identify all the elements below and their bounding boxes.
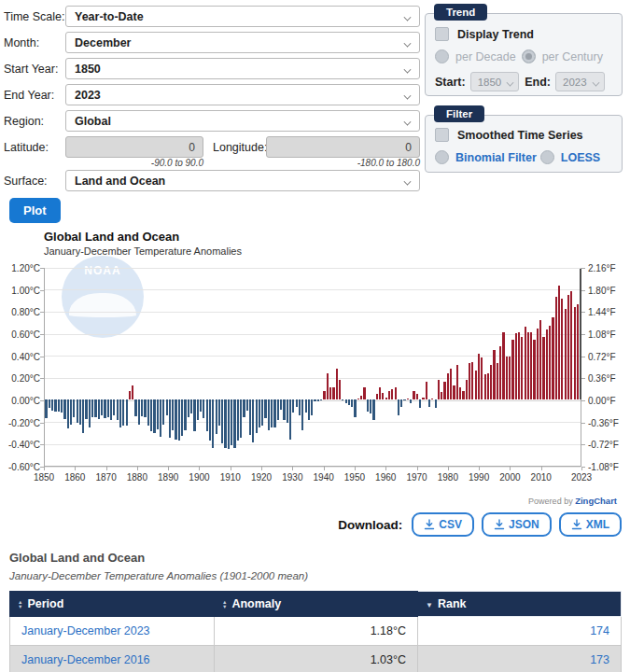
gridline	[45, 334, 581, 335]
anomaly-bar-2008	[533, 340, 535, 399]
display-trend-label: Display Trend	[457, 28, 534, 41]
anomaly-bar-1986	[466, 380, 468, 399]
anomaly-bar-2018	[565, 309, 567, 399]
anomaly-bar-1965	[400, 399, 402, 407]
surface-select[interactable]: Land and Ocean	[65, 170, 420, 191]
anomaly-bar-1856	[63, 399, 65, 419]
x-tick-label: 1900	[189, 472, 209, 483]
y-tick-label-celsius: 0.40°C	[11, 351, 40, 361]
anomaly-bar-1885	[153, 399, 155, 433]
anomaly-bar-1887	[160, 399, 161, 437]
anomaly-bar-1916	[249, 399, 251, 435]
filter-panel-tab: Filter	[434, 105, 484, 122]
zingchart-brand: ZingChart	[575, 496, 617, 506]
trend-panel: Trend Display Trend per Decade per Centu…	[425, 13, 623, 96]
anomaly-bar-1941	[327, 373, 329, 399]
time-scale-select[interactable]: Year-to-Date	[65, 6, 420, 27]
anomaly-bar-2007	[530, 332, 532, 399]
anomaly-bar-1945	[339, 380, 341, 399]
anomaly-bar-1910	[231, 399, 232, 445]
period-link[interactable]: January-December 2023	[10, 617, 215, 646]
y-tick-label-celsius: -0.40°C	[8, 440, 40, 450]
y-tick-label-fahrenheit: 1.80°F	[588, 285, 616, 295]
anomaly-bar-1952	[360, 396, 362, 399]
region-select[interactable]: Global	[65, 110, 420, 132]
anomaly-bar-1861	[79, 399, 81, 425]
temperature-anomaly-bar-chart: NOAA	[44, 268, 581, 467]
y-tick-label-celsius: 0.00°C	[11, 396, 40, 406]
anomaly-bar-1984	[459, 387, 461, 399]
display-trend-checkbox[interactable]	[435, 27, 449, 41]
rank-link[interactable]: 174	[418, 617, 622, 646]
x-tick-mark	[448, 467, 449, 470]
filter-panel: Filter Smoothed Time Series Binomial Fil…	[425, 115, 623, 173]
download-xml-button[interactable]: XML	[559, 512, 622, 537]
anomaly-bar-1955	[370, 399, 371, 413]
rank-link[interactable]: 173	[418, 646, 622, 672]
end-year-select[interactable]: 2023	[65, 84, 420, 105]
anomaly-bar-1912	[237, 399, 239, 441]
anomaly-bar-1996	[497, 363, 498, 399]
x-tick-mark	[510, 467, 511, 470]
trend-rate-row: per Decade per Century	[435, 49, 612, 63]
anomaly-bar-1953	[363, 387, 365, 399]
anomaly-bar-1939	[320, 399, 322, 400]
y-tick-label-celsius: -0.20°C	[8, 417, 40, 427]
smoothed-checkbox[interactable]	[435, 128, 449, 142]
anomaly-bar-1871	[110, 399, 112, 420]
anomaly-bar-1964	[398, 399, 399, 415]
anomaly-bar-1901	[203, 399, 204, 418]
period-link[interactable]: January-December 2016	[10, 646, 215, 672]
download-json-button[interactable]: JSON	[482, 512, 552, 537]
anomaly-bar-1917	[252, 399, 254, 442]
x-tick-label: 1850	[34, 472, 54, 483]
display-trend-row: Display Trend	[435, 27, 612, 41]
anomaly-bar-1944	[336, 369, 338, 399]
anomaly-bar-1864	[89, 399, 91, 427]
longitude-range-hint: -180.0 to 180.0	[266, 158, 420, 168]
column-header-anomaly[interactable]: ▲▼Anomaly	[215, 592, 418, 617]
x-tick-mark	[44, 467, 45, 470]
anomaly-bar-1918	[256, 399, 258, 433]
x-tick-label: 1960	[375, 472, 396, 483]
anomaly-bar-1993	[487, 373, 489, 399]
download-csv-button[interactable]: CSV	[412, 512, 474, 537]
anomaly-bar-1995	[493, 350, 495, 399]
anomaly-bar-1974	[428, 399, 430, 407]
anomaly-bar-1959	[382, 393, 384, 399]
anomaly-bar-1920	[261, 399, 263, 426]
start-year-select[interactable]: 1850	[65, 58, 420, 79]
anomaly-bar-1906	[218, 399, 220, 426]
y-tick-label-fahrenheit: 1.08°F	[588, 329, 616, 340]
binomial-label: Binomial Filter	[455, 151, 537, 164]
chevron-down-icon	[592, 79, 599, 87]
x-tick-mark	[355, 467, 356, 470]
anomaly-bar-1961	[388, 391, 390, 399]
column-header-rank[interactable]: ▼Rank	[418, 592, 622, 617]
anomaly-bar-1911	[233, 399, 235, 448]
anomaly-bar-1904	[212, 399, 214, 448]
anomaly-bar-1880	[138, 399, 140, 425]
x-tick-label: 2010	[531, 472, 552, 483]
column-header-period[interactable]: ▲▼Period	[10, 592, 215, 617]
month-value: December	[75, 36, 131, 49]
time-scale-row: Time Scale: Year-to-Date	[4, 6, 420, 27]
y-tick-label-fahrenheit: -0.72°F	[588, 440, 619, 450]
smoothed-label: Smoothed Time Series	[457, 129, 583, 142]
anomaly-bar-1890	[169, 399, 171, 438]
x-tick-label: 1880	[127, 472, 147, 483]
anomaly-bar-1972	[422, 398, 424, 399]
anomaly-bar-1892	[175, 399, 176, 440]
region-row: Region: Global	[4, 110, 420, 132]
anomaly-bar-1898	[193, 399, 195, 431]
per-century-radio	[522, 49, 536, 63]
anomaly-header-label: Anomaly	[231, 597, 281, 610]
plot-button[interactable]: Plot	[9, 198, 61, 223]
period-header-label: Period	[27, 597, 63, 610]
month-select[interactable]: December	[65, 32, 420, 53]
anomaly-bar-1858	[70, 399, 72, 425]
anomaly-bar-1983	[456, 365, 458, 399]
anomaly-bar-1921	[264, 399, 266, 418]
chevron-down-icon	[404, 40, 412, 48]
anomaly-bar-1977	[438, 380, 440, 399]
